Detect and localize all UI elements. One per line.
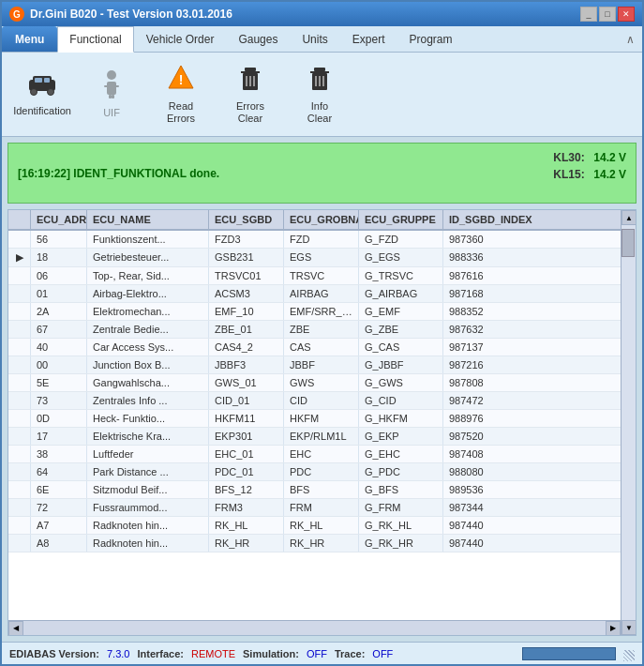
- minimize-button[interactable]: _: [580, 7, 597, 22]
- scroll-right-button[interactable]: ▶: [606, 621, 621, 636]
- table-row[interactable]: 72 Fussraummod... FRM3 FRM G_FRM 987344: [8, 499, 621, 517]
- menu-item-units[interactable]: Units: [290, 26, 339, 52]
- interface-label: Interface:: [137, 648, 184, 659]
- td-id-sgbd: 987216: [443, 356, 621, 373]
- table-row[interactable]: 2A Elektromechan... EMF_10 EMF/SRR_HL G_…: [8, 303, 621, 321]
- td-ecu-sgbd: FZD3: [209, 231, 284, 248]
- svg-rect-23: [315, 76, 317, 86]
- col-header-ecu-grobna[interactable]: ECU_GROBNA...: [284, 210, 359, 229]
- kl15-label: KL15:: [553, 168, 586, 181]
- header-selector: [8, 210, 31, 229]
- interface-value: REMOTE: [191, 648, 235, 659]
- menu-item-gauges[interactable]: Gauges: [226, 26, 290, 52]
- col-header-id-sgbd[interactable]: ID_SGBD_INDEX: [443, 210, 621, 229]
- table-row[interactable]: 17 Elektrische Kra... EKP301 EKP/RLM1L G…: [8, 428, 621, 446]
- table-row[interactable]: 00 Junction Box B... JBBF3 JBBF G_JBBF 9…: [8, 356, 621, 374]
- scroll-down-button[interactable]: ▼: [622, 620, 636, 635]
- errors-clear-label: ErrorsClear: [236, 100, 264, 125]
- col-header-ecu-name[interactable]: ECU_NAME: [87, 210, 209, 229]
- td-id-sgbd: 987440: [443, 535, 621, 552]
- table-row[interactable]: A8 Radknoten hin... RK_HR RK_HR G_RK_HR …: [8, 535, 621, 552]
- uif-icon: [98, 68, 125, 103]
- table-row[interactable]: 0D Heck- Funktio... HKFM11 HKFM G_HKFM 9…: [8, 410, 621, 428]
- status-message: [16:19:22] IDENT_FUNKTIONAL done.: [18, 167, 626, 180]
- td-id-sgbd: 987344: [443, 499, 621, 516]
- table-row[interactable]: 6E Sitzmodul Beif... BFS_12 BFS G_BFS 98…: [8, 481, 621, 499]
- svg-point-3: [48, 89, 54, 96]
- td-ecu-adr: 64: [31, 463, 87, 480]
- scroll-left-button[interactable]: ◀: [8, 621, 23, 636]
- table-row[interactable]: 73 Zentrales Info ... CID_01 CID G_CID 9…: [8, 392, 621, 410]
- row-indicator: [8, 499, 31, 516]
- menu-item-vehicle-order[interactable]: Vehicle Order: [134, 26, 227, 52]
- row-indicator: [8, 481, 31, 498]
- vscroll-thumb[interactable]: [622, 229, 635, 257]
- read-errors-label: ReadErrors: [167, 100, 195, 125]
- info-clear-label: InfoClear: [307, 100, 332, 125]
- collapse-arrow[interactable]: ∧: [626, 26, 642, 52]
- table-row[interactable]: 5E Gangwahlscha... GWS_01 GWS G_GWS 9878…: [8, 374, 621, 392]
- td-ecu-grobna: EGS: [284, 249, 359, 266]
- vertical-scrollbar[interactable]: ▲ ▼: [621, 210, 636, 635]
- td-id-sgbd: 987472: [443, 392, 621, 409]
- kl30-value: 14.2 V: [593, 151, 626, 164]
- table-row[interactable]: 64 Park Distance ... PDC_01 PDC G_PDC 98…: [8, 463, 621, 481]
- table-row[interactable]: 56 Funktionszent... FZD3 FZD G_FZD 98736…: [8, 231, 621, 249]
- info-clear-button[interactable]: InfoClear: [287, 59, 352, 130]
- col-header-ecu-sgbd[interactable]: ECU_SGBD: [209, 210, 284, 229]
- vscroll-track[interactable]: [622, 225, 636, 620]
- td-ecu-name: Junction Box B...: [87, 356, 209, 373]
- errors-clear-icon: [237, 64, 263, 97]
- kl15-row: KL15: 14.2 V: [553, 168, 626, 181]
- row-indicator: [8, 410, 31, 427]
- td-ecu-gruppe: G_GWS: [359, 374, 443, 391]
- svg-rect-4: [35, 78, 42, 83]
- menu-item-menu[interactable]: Menu: [2, 26, 57, 52]
- col-header-ecu-gruppe[interactable]: ECU_GRUPPE: [359, 210, 443, 229]
- menu-item-functional[interactable]: Functional: [57, 26, 133, 53]
- restore-button[interactable]: □: [599, 7, 616, 22]
- status-bar: EDIABAS Version: 7.3.0 Interface: REMOTE…: [2, 642, 642, 664]
- horizontal-scrollbar[interactable]: ◀ ▶: [8, 620, 621, 635]
- table-row[interactable]: 38 Luftfeder EHC_01 EHC G_EHC 987408: [8, 446, 621, 463]
- table-row[interactable]: 06 Top-, Rear, Sid... TRSVC01 TRSVC G_TR…: [8, 267, 621, 285]
- read-errors-button[interactable]: ! ReadErrors: [148, 59, 214, 130]
- trace-value: OFF: [372, 648, 393, 659]
- resize-grip[interactable]: [623, 650, 635, 661]
- uif-label: UIF: [103, 107, 120, 119]
- td-ecu-sgbd: ACSM3: [209, 285, 284, 302]
- kl15-value: 14.2 V: [593, 168, 626, 181]
- td-ecu-grobna: ZBE: [284, 321, 359, 338]
- col-header-ecu-adr[interactable]: ECU_ADR: [31, 210, 87, 229]
- td-ecu-name: Top-, Rear, Sid...: [87, 267, 209, 284]
- scroll-up-button[interactable]: ▲: [622, 210, 636, 225]
- table-row[interactable]: 01 Airbag-Elektro... ACSM3 AIRBAG G_AIRB…: [8, 285, 621, 303]
- row-indicator: [8, 463, 31, 480]
- svg-rect-11: [112, 95, 114, 98]
- close-button[interactable]: ✕: [618, 7, 635, 22]
- menu-item-program[interactable]: Program: [397, 26, 464, 52]
- menu-item-expert[interactable]: Expert: [340, 26, 397, 52]
- title-controls[interactable]: _ □ ✕: [580, 7, 635, 22]
- td-ecu-sgbd: HKFM11: [209, 410, 284, 427]
- svg-rect-19: [253, 76, 255, 86]
- svg-rect-18: [249, 76, 251, 86]
- td-id-sgbd: 987616: [443, 267, 621, 284]
- td-id-sgbd: 989536: [443, 481, 621, 498]
- table-row[interactable]: 40 Car Access Sys... CAS4_2 CAS G_CAS 98…: [8, 339, 621, 356]
- row-indicator: [8, 374, 31, 391]
- table-row[interactable]: A7 Radknoten hin... RK_HL RK_HL G_RK_HL …: [8, 517, 621, 535]
- svg-point-6: [107, 70, 116, 80]
- row-indicator: [8, 356, 31, 373]
- ediabas-value: 7.3.0: [107, 648, 129, 659]
- td-ecu-sgbd: ZBE_01: [209, 321, 284, 338]
- errors-clear-button[interactable]: ErrorsClear: [217, 59, 283, 130]
- td-ecu-grobna: PDC: [284, 463, 359, 480]
- table-row[interactable]: ▶ 18 Getriebesteuer... GSB231 EGS G_EGS …: [8, 249, 621, 267]
- td-ecu-sgbd: EMF_10: [209, 303, 284, 320]
- row-indicator: [8, 446, 31, 462]
- table-row[interactable]: 67 Zentrale Bedie... ZBE_01 ZBE G_ZBE 98…: [8, 321, 621, 339]
- svg-rect-24: [319, 76, 321, 86]
- uif-button[interactable]: UIF: [79, 59, 144, 130]
- identification-button[interactable]: Identification: [9, 59, 75, 130]
